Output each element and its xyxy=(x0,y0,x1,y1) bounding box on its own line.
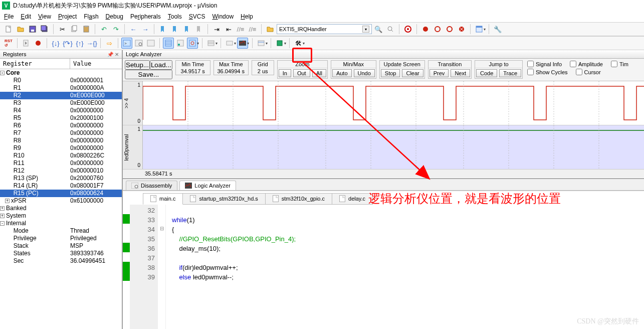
la-setup-button[interactable]: Setup... xyxy=(125,60,150,70)
la-code[interactable]: Code xyxy=(476,69,497,77)
show-next-icon[interactable]: ⇨ xyxy=(104,38,115,49)
cut-icon[interactable]: ✂ xyxy=(57,24,68,35)
find-files-icon[interactable] xyxy=(265,24,276,35)
bp-kill-icon[interactable] xyxy=(456,24,467,35)
menu-project[interactable]: Project xyxy=(58,13,77,20)
la-load-button[interactable]: Load... xyxy=(150,60,172,70)
registers-tree[interactable]: -Core R00x00000001 R10x0000000A R20xE000… xyxy=(0,69,122,329)
paste-icon[interactable] xyxy=(81,24,92,35)
la-prev[interactable]: Prev xyxy=(430,69,449,77)
run-to-cursor-icon[interactable]: →{} xyxy=(86,38,97,49)
bookmark-icon[interactable] xyxy=(157,24,168,35)
disasm-window-icon[interactable] xyxy=(133,38,144,49)
pin-icon[interactable]: 📌 ✕ xyxy=(107,52,119,57)
la-cycles-check[interactable]: Show Cycles xyxy=(526,68,569,76)
la-zoom-in[interactable]: In xyxy=(279,69,291,77)
la-save-button[interactable]: Save... xyxy=(125,70,172,79)
toolbox-icon[interactable]: 🛠 xyxy=(293,38,304,49)
indent-icon[interactable]: ⇥ xyxy=(211,24,222,35)
menu-flash[interactable]: Flash xyxy=(84,13,98,20)
save-all-icon[interactable] xyxy=(39,24,50,35)
la-zoom-all[interactable]: All xyxy=(312,69,326,77)
window-layout-icon[interactable] xyxy=(474,24,485,35)
menubar: File Edit View Project Flash Debug Perip… xyxy=(0,11,644,22)
serial-window-icon[interactable] xyxy=(224,38,235,49)
bp-insert-icon[interactable] xyxy=(420,24,431,35)
la-signal-info-check[interactable]: Signal Info xyxy=(526,60,563,68)
la-next[interactable]: Next xyxy=(451,69,470,77)
waveform-area[interactable]: >> 410 led0pwmval10 xyxy=(123,81,644,179)
command-window-icon[interactable]: > xyxy=(121,38,132,49)
menu-tools[interactable]: Tools xyxy=(168,13,182,20)
la-undo[interactable]: Undo xyxy=(354,69,375,77)
new-file-icon[interactable] xyxy=(3,24,14,35)
stop-icon[interactable] xyxy=(33,38,44,49)
uncomment-icon[interactable]: //≡ xyxy=(247,24,258,35)
run-icon[interactable] xyxy=(21,38,32,49)
menu-view[interactable]: View xyxy=(38,13,51,20)
nav-fwd-icon[interactable]: → xyxy=(140,24,151,35)
configure-icon[interactable]: 🔧 xyxy=(492,24,503,35)
outdent-icon[interactable]: ⇤ xyxy=(223,24,234,35)
menu-svcs[interactable]: SVCS xyxy=(189,13,205,20)
menu-debug[interactable]: Debug xyxy=(106,13,123,20)
undo-icon[interactable]: ↶ xyxy=(98,24,109,35)
symbols-window-icon[interactable] xyxy=(145,38,156,49)
la-stop[interactable]: Stop xyxy=(381,69,400,77)
file-tab-startup[interactable]: startup_stm32f10x_hd.s xyxy=(182,193,265,205)
wave-signal-2[interactable] xyxy=(143,125,644,169)
fold-gutter[interactable]: ⊟ xyxy=(158,205,166,329)
code-editor[interactable]: 3233343536373839 ⊟ while(1) { //GPIO_Res… xyxy=(123,205,644,329)
memory-window-icon[interactable] xyxy=(205,38,217,49)
comment-icon[interactable]: //≡ xyxy=(235,24,246,35)
bp-disable-icon[interactable] xyxy=(444,24,455,35)
debug-icon[interactable] xyxy=(402,24,413,35)
copy-icon[interactable] xyxy=(69,24,80,35)
la-cursor-check[interactable]: Cursor xyxy=(574,68,602,76)
bp-enable-icon[interactable] xyxy=(432,24,443,35)
wave-signal-1-label: >> 410 xyxy=(123,81,143,125)
menu-help[interactable]: Help xyxy=(241,13,253,20)
svg-rect-18 xyxy=(476,26,482,28)
redo-icon[interactable]: ↷ xyxy=(110,24,121,35)
tab-disassembly[interactable]: Disassembly xyxy=(126,181,177,190)
file-tab-main[interactable]: main.c xyxy=(143,193,183,205)
bookmark-prev-icon[interactable] xyxy=(169,24,180,35)
la-tim-check[interactable]: Tim xyxy=(609,60,630,68)
bookmark-next-icon[interactable] xyxy=(181,24,192,35)
menu-edit[interactable]: Edit xyxy=(21,13,31,20)
step-over-icon[interactable]: {↷} xyxy=(62,38,73,49)
system-viewer-icon[interactable] xyxy=(274,38,285,49)
menu-peripherals[interactable]: Peripherals xyxy=(130,13,161,20)
tab-logic-analyzer[interactable]: Logic Analyzer xyxy=(179,181,236,190)
step-out-icon[interactable]: {↑} xyxy=(74,38,85,49)
la-amplitude-check[interactable]: Amplitude xyxy=(568,60,604,68)
bookmark-clear-icon[interactable] xyxy=(193,24,204,35)
la-mintime-label: Min Time xyxy=(176,61,210,68)
la-clear[interactable]: Clear xyxy=(402,69,423,77)
la-zoom-out[interactable]: Out xyxy=(293,69,310,77)
menu-file[interactable]: File xyxy=(4,13,14,20)
la-trace[interactable]: Trace xyxy=(499,69,521,77)
code-lines[interactable]: while(1) { //GPIO_ResetBits(GPIOB,GPIO_P… xyxy=(166,205,644,329)
analysis-window-icon[interactable] xyxy=(237,38,248,49)
col-register: Register xyxy=(0,59,70,69)
nav-back-icon[interactable]: ← xyxy=(128,24,139,35)
open-file-icon[interactable] xyxy=(15,24,26,35)
find-next-icon[interactable] xyxy=(385,24,396,35)
reset-icon[interactable]: RST↺ xyxy=(3,38,14,49)
step-in-icon[interactable]: {↓} xyxy=(50,38,61,49)
find-icon[interactable]: 🔍 xyxy=(373,24,384,35)
file-tab-delay[interactable]: delay.c xyxy=(332,193,373,205)
watch-window-icon[interactable] xyxy=(187,38,198,49)
chevron-down-icon[interactable]: ▾ xyxy=(362,26,369,33)
la-auto[interactable]: Auto xyxy=(332,69,352,77)
registers-window-icon[interactable] xyxy=(163,38,174,49)
call-stack-icon[interactable] xyxy=(175,38,186,49)
function-combo[interactable]: EXTI5_IRQHandler ▾ xyxy=(277,24,372,34)
trace-window-icon[interactable] xyxy=(256,38,267,49)
wave-signal-1[interactable] xyxy=(143,81,644,125)
save-icon[interactable] xyxy=(27,24,38,35)
menu-window[interactable]: Window xyxy=(212,13,234,20)
file-tab-gpio[interactable]: stm32f10x_gpio.c xyxy=(265,193,332,205)
